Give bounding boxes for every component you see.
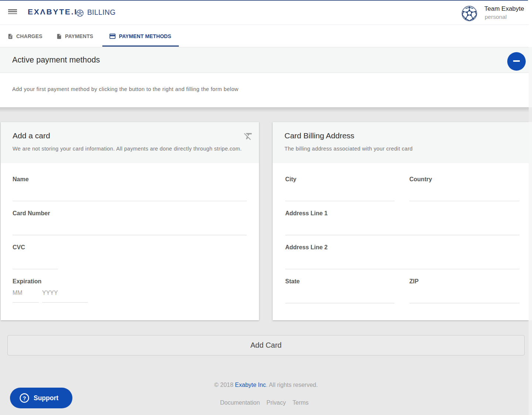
svg-text:?: ? (23, 395, 26, 401)
